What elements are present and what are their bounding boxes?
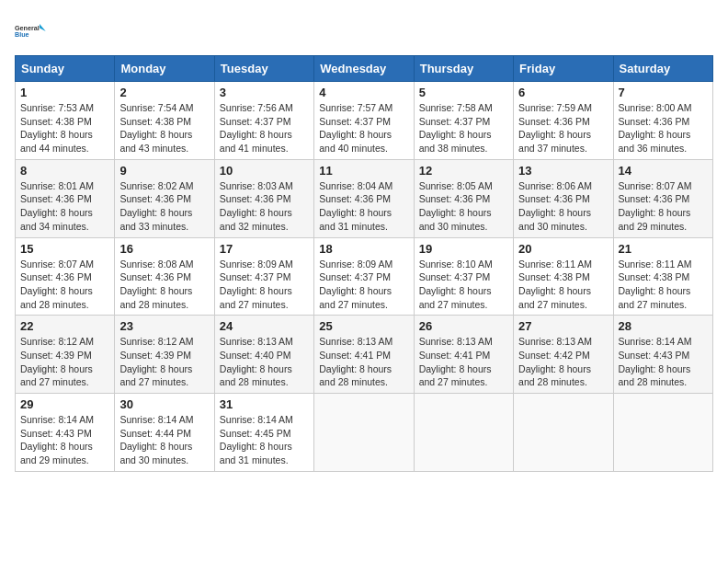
day-number: 8 — [20, 164, 109, 178]
calendar-day-1: 1Sunrise: 7:53 AM Sunset: 4:38 PM Daylig… — [16, 82, 115, 160]
day-info: Sunrise: 8:13 AM Sunset: 4:42 PM Dayligh… — [518, 335, 608, 389]
calendar-day-3: 3Sunrise: 7:56 AM Sunset: 4:37 PM Daylig… — [214, 82, 313, 160]
day-info: Sunrise: 8:04 AM Sunset: 4:36 PM Dayligh… — [319, 179, 408, 234]
weekday-header-thursday: Thursday — [414, 56, 513, 82]
svg-text:Blue: Blue — [15, 30, 29, 39]
day-info: Sunrise: 8:12 AM Sunset: 4:39 PM Dayligh… — [20, 335, 109, 389]
day-number: 9 — [119, 164, 209, 178]
weekday-header-sunday: Sunday — [16, 56, 115, 82]
day-number: 13 — [518, 164, 608, 178]
calendar-day-5: 5Sunrise: 7:58 AM Sunset: 4:37 PM Daylig… — [414, 82, 513, 160]
day-info: Sunrise: 7:58 AM Sunset: 4:37 PM Dayligh… — [419, 101, 508, 155]
logo: GeneralBlue — [15, 15, 48, 48]
day-number: 17 — [220, 242, 309, 256]
calendar-day-12: 12Sunrise: 8:05 AM Sunset: 4:36 PM Dayli… — [414, 159, 513, 237]
calendar-day-2: 2Sunrise: 7:54 AM Sunset: 4:38 PM Daylig… — [115, 82, 214, 160]
day-info: Sunrise: 8:02 AM Sunset: 4:36 PM Dayligh… — [119, 179, 209, 234]
calendar-day-11: 11Sunrise: 8:04 AM Sunset: 4:36 PM Dayli… — [314, 159, 414, 237]
day-info: Sunrise: 8:11 AM Sunset: 4:38 PM Dayligh… — [619, 258, 708, 312]
calendar-week-1: 1Sunrise: 7:53 AM Sunset: 4:38 PM Daylig… — [16, 82, 713, 160]
calendar-day-18: 18Sunrise: 8:09 AM Sunset: 4:37 PM Dayli… — [314, 237, 414, 316]
day-number: 24 — [220, 319, 309, 333]
day-number: 22 — [20, 319, 109, 333]
day-info: Sunrise: 8:01 AM Sunset: 4:36 PM Dayligh… — [20, 179, 109, 234]
calendar-day-17: 17Sunrise: 8:09 AM Sunset: 4:37 PM Dayli… — [214, 237, 313, 316]
page-header: GeneralBlue — [15, 15, 713, 48]
day-number: 30 — [119, 397, 209, 411]
day-number: 18 — [319, 242, 408, 256]
calendar-day-7: 7Sunrise: 8:00 AM Sunset: 4:36 PM Daylig… — [613, 82, 712, 160]
calendar-week-4: 22Sunrise: 8:12 AM Sunset: 4:39 PM Dayli… — [16, 316, 713, 394]
weekday-header-friday: Friday — [514, 56, 613, 82]
day-info: Sunrise: 7:56 AM Sunset: 4:37 PM Dayligh… — [220, 101, 309, 155]
day-info: Sunrise: 7:53 AM Sunset: 4:38 PM Dayligh… — [20, 101, 109, 155]
calendar-day-16: 16Sunrise: 8:08 AM Sunset: 4:36 PM Dayli… — [115, 237, 214, 316]
day-info: Sunrise: 8:06 AM Sunset: 4:36 PM Dayligh… — [518, 179, 608, 234]
calendar-week-2: 8Sunrise: 8:01 AM Sunset: 4:36 PM Daylig… — [16, 159, 713, 237]
weekday-header-row: SundayMondayTuesdayWednesdayThursdayFrid… — [16, 56, 713, 82]
day-number: 11 — [319, 164, 408, 178]
calendar-day-28: 28Sunrise: 8:14 AM Sunset: 4:43 PM Dayli… — [613, 316, 712, 394]
calendar-week-5: 29Sunrise: 8:14 AM Sunset: 4:43 PM Dayli… — [16, 394, 713, 472]
logo-icon: GeneralBlue — [15, 15, 48, 48]
svg-marker-2 — [40, 24, 46, 31]
day-number: 16 — [119, 242, 209, 256]
calendar-day-10: 10Sunrise: 8:03 AM Sunset: 4:36 PM Dayli… — [214, 159, 313, 237]
empty-cell — [613, 394, 712, 472]
day-info: Sunrise: 7:57 AM Sunset: 4:37 PM Dayligh… — [319, 101, 408, 155]
calendar-day-4: 4Sunrise: 7:57 AM Sunset: 4:37 PM Daylig… — [314, 82, 414, 160]
calendar-day-29: 29Sunrise: 8:14 AM Sunset: 4:43 PM Dayli… — [16, 394, 115, 472]
day-number: 3 — [220, 86, 309, 99]
weekday-header-tuesday: Tuesday — [214, 56, 313, 82]
day-number: 28 — [619, 319, 708, 333]
calendar-day-27: 27Sunrise: 8:13 AM Sunset: 4:42 PM Dayli… — [514, 316, 613, 394]
day-info: Sunrise: 8:10 AM Sunset: 4:37 PM Dayligh… — [419, 258, 508, 312]
day-info: Sunrise: 7:54 AM Sunset: 4:38 PM Dayligh… — [119, 101, 209, 155]
weekday-header-saturday: Saturday — [613, 56, 712, 82]
day-number: 1 — [20, 86, 109, 99]
day-info: Sunrise: 8:14 AM Sunset: 4:43 PM Dayligh… — [20, 413, 109, 467]
calendar-day-15: 15Sunrise: 8:07 AM Sunset: 4:36 PM Dayli… — [16, 237, 115, 316]
day-info: Sunrise: 8:00 AM Sunset: 4:36 PM Dayligh… — [619, 101, 708, 155]
day-number: 10 — [220, 164, 309, 178]
calendar-day-26: 26Sunrise: 8:13 AM Sunset: 4:41 PM Dayli… — [414, 316, 513, 394]
calendar-day-31: 31Sunrise: 8:14 AM Sunset: 4:45 PM Dayli… — [214, 394, 313, 472]
day-number: 19 — [419, 242, 508, 256]
day-number: 2 — [119, 86, 209, 99]
day-info: Sunrise: 8:13 AM Sunset: 4:41 PM Dayligh… — [419, 335, 508, 389]
day-number: 14 — [619, 164, 708, 178]
day-number: 31 — [220, 397, 309, 411]
day-number: 4 — [319, 86, 408, 99]
calendar-day-14: 14Sunrise: 8:07 AM Sunset: 4:36 PM Dayli… — [613, 159, 712, 237]
calendar-day-8: 8Sunrise: 8:01 AM Sunset: 4:36 PM Daylig… — [16, 159, 115, 237]
day-number: 6 — [518, 86, 608, 99]
day-info: Sunrise: 8:09 AM Sunset: 4:37 PM Dayligh… — [319, 258, 408, 312]
day-info: Sunrise: 8:14 AM Sunset: 4:43 PM Dayligh… — [619, 335, 708, 389]
day-number: 27 — [518, 319, 608, 333]
day-number: 23 — [119, 319, 209, 333]
calendar-table: SundayMondayTuesdayWednesdayThursdayFrid… — [15, 55, 713, 472]
empty-cell — [414, 394, 513, 472]
calendar-day-22: 22Sunrise: 8:12 AM Sunset: 4:39 PM Dayli… — [16, 316, 115, 394]
empty-cell — [314, 394, 414, 472]
day-info: Sunrise: 8:03 AM Sunset: 4:36 PM Dayligh… — [220, 179, 309, 234]
calendar-week-3: 15Sunrise: 8:07 AM Sunset: 4:36 PM Dayli… — [16, 237, 713, 316]
calendar-day-24: 24Sunrise: 8:13 AM Sunset: 4:40 PM Dayli… — [214, 316, 313, 394]
day-info: Sunrise: 7:59 AM Sunset: 4:36 PM Dayligh… — [518, 101, 608, 155]
day-number: 25 — [319, 319, 408, 333]
calendar-day-23: 23Sunrise: 8:12 AM Sunset: 4:39 PM Dayli… — [115, 316, 214, 394]
day-number: 7 — [619, 86, 708, 99]
day-info: Sunrise: 8:14 AM Sunset: 4:45 PM Dayligh… — [220, 413, 309, 467]
day-info: Sunrise: 8:12 AM Sunset: 4:39 PM Dayligh… — [119, 335, 209, 389]
day-number: 15 — [20, 242, 109, 256]
calendar-day-6: 6Sunrise: 7:59 AM Sunset: 4:36 PM Daylig… — [514, 82, 613, 160]
calendar-day-25: 25Sunrise: 8:13 AM Sunset: 4:41 PM Dayli… — [314, 316, 414, 394]
day-info: Sunrise: 8:05 AM Sunset: 4:36 PM Dayligh… — [419, 179, 508, 234]
day-info: Sunrise: 8:13 AM Sunset: 4:40 PM Dayligh… — [220, 335, 309, 389]
day-info: Sunrise: 8:07 AM Sunset: 4:36 PM Dayligh… — [619, 179, 708, 234]
day-info: Sunrise: 8:07 AM Sunset: 4:36 PM Dayligh… — [20, 258, 109, 312]
day-number: 29 — [20, 397, 109, 411]
day-info: Sunrise: 8:14 AM Sunset: 4:44 PM Dayligh… — [119, 413, 209, 467]
weekday-header-wednesday: Wednesday — [314, 56, 414, 82]
day-number: 21 — [619, 242, 708, 256]
